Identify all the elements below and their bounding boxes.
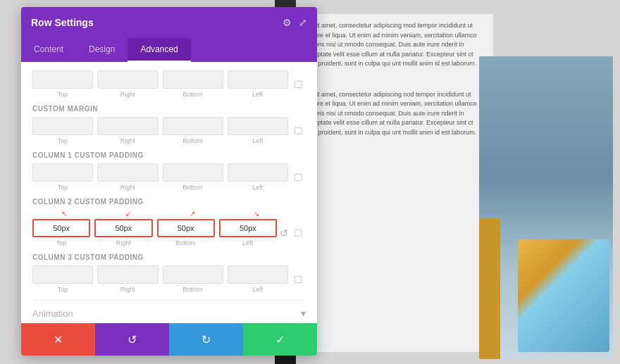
- settings-panel: Row Settings ⚙ ⤢ Content Design Advanced…: [21, 7, 317, 356]
- animation-chevron-icon: ▾: [301, 308, 306, 319]
- page-image-area: [479, 56, 613, 359]
- col2-responsive-icon[interactable]: ☐: [291, 225, 306, 241]
- animation-label: Animation: [32, 308, 73, 319]
- panel-body: Top Right Bottom Left ☐ Custom Margin: [21, 62, 317, 323]
- animation-section[interactable]: Animation ▾: [32, 300, 306, 323]
- custom-margin-top-group: Top: [32, 117, 93, 144]
- custom-margin-left-group: Left: [228, 117, 288, 144]
- col2-padding-right-group: Right: [94, 219, 152, 246]
- gold-bar: [479, 218, 500, 359]
- cancel-button[interactable]: ✕: [21, 323, 95, 356]
- top-label-2: Top: [58, 137, 68, 144]
- col2-padding-top-input[interactable]: [32, 219, 90, 237]
- bottom-label-4: Bottom: [175, 239, 196, 246]
- left-label-5: Left: [252, 286, 263, 293]
- custom-padding-left-input[interactable]: [228, 70, 288, 89]
- custom-padding-left-group: Left: [228, 70, 288, 98]
- redo-button[interactable]: ↻: [169, 323, 243, 356]
- left-label-1: Left: [252, 91, 263, 98]
- col3-padding-top-group: Top: [32, 265, 93, 293]
- col2-padding-left-input[interactable]: [219, 219, 277, 237]
- col3-padding-top-input[interactable]: [32, 265, 93, 284]
- expand-icon[interactable]: ⤢: [299, 17, 307, 28]
- custom-padding-bottom-input[interactable]: [163, 70, 223, 89]
- right-label-4: Right: [116, 239, 131, 246]
- top-label-3: Top: [58, 184, 68, 191]
- custom-margin-label: Custom Margin: [32, 105, 306, 113]
- col1-padding-right-input[interactable]: [97, 163, 158, 182]
- col3-padding-right-group: Right: [97, 265, 158, 293]
- col1-padding-top-group: Top: [32, 163, 93, 191]
- custom-padding-right-input[interactable]: [97, 70, 158, 89]
- top-label-5: Top: [58, 286, 68, 293]
- page-text-2: or sit amet, consectetur adipiscing nod …: [296, 83, 493, 145]
- custom-padding-top-input[interactable]: [32, 70, 93, 89]
- col1-padding-top-input[interactable]: [32, 163, 93, 182]
- custom-padding-bottom-group: Bottom: [163, 70, 223, 98]
- panel-title: Row Settings: [31, 17, 94, 28]
- left-label-4: Left: [242, 239, 253, 246]
- col3-padding-right-input[interactable]: [97, 265, 158, 284]
- col3-responsive-icon[interactable]: ☐: [291, 271, 306, 288]
- custom-margin-bottom-input[interactable]: [163, 117, 223, 135]
- header-icons: ⚙ ⤢: [283, 17, 307, 28]
- tab-advanced[interactable]: Advanced: [128, 38, 190, 62]
- page-text-1: or sit amet, consectetur adipiscing mod …: [296, 14, 493, 76]
- undo-button[interactable]: ↺: [95, 323, 169, 356]
- right-label-5: Right: [120, 286, 135, 293]
- left-label-3: Left: [252, 184, 263, 191]
- panel-header: Row Settings ⚙ ⤢: [21, 7, 317, 38]
- custom-padding-top-group: Top: [32, 70, 93, 98]
- right-label-3: Right: [120, 184, 135, 191]
- bottom-label-2: Bottom: [182, 137, 203, 144]
- page-content-area: or sit amet, consectetur adipiscing mod …: [296, 14, 493, 352]
- col1-padding-right-group: Right: [97, 163, 158, 191]
- custom-margin-top-input[interactable]: [32, 117, 93, 135]
- settings-icon[interactable]: ⚙: [283, 17, 292, 28]
- page-image: [479, 56, 613, 359]
- col2-reset-icon[interactable]: ↺: [280, 227, 288, 239]
- tab-content[interactable]: Content: [21, 38, 76, 62]
- col2-padding-label: Column 2 Custom Padding: [32, 198, 306, 206]
- col1-padding-left-group: Left: [228, 163, 288, 191]
- col1-padding-left-input[interactable]: [228, 163, 288, 182]
- arrow-left-indicator: ↘: [254, 210, 259, 218]
- tab-design[interactable]: Design: [76, 38, 128, 62]
- col3-padding-left-input[interactable]: [228, 265, 288, 284]
- save-button[interactable]: ✓: [243, 323, 317, 356]
- col2-padding-top-group: Top: [32, 219, 90, 246]
- col1-padding-bottom-group: Bottom: [163, 163, 223, 191]
- right-label-2: Right: [120, 137, 135, 144]
- ferris-wheel-image: [518, 239, 609, 352]
- bottom-label-5: Bottom: [182, 286, 203, 293]
- custom-margin-bottom-group: Bottom: [163, 117, 223, 144]
- left-label-2: Left: [252, 137, 263, 144]
- top-label-1: Top: [58, 91, 68, 98]
- bottom-label-1: Bottom: [182, 91, 203, 98]
- col1-responsive-icon[interactable]: ☐: [291, 169, 306, 186]
- top-label-4: Top: [56, 239, 67, 246]
- margin-responsive-icon[interactable]: ☐: [291, 123, 306, 139]
- custom-margin-right-group: Right: [97, 117, 158, 144]
- custom-margin-right-input[interactable]: [97, 117, 158, 135]
- padding-responsive-icon[interactable]: ☐: [291, 76, 306, 93]
- custom-padding-right-group: Right: [97, 70, 158, 98]
- col2-padding-right-input[interactable]: [94, 219, 152, 237]
- col2-padding-bottom-input[interactable]: [157, 219, 215, 237]
- col2-padding-left-group: Left: [219, 219, 277, 246]
- tab-bar: Content Design Advanced: [21, 38, 317, 62]
- col3-padding-left-group: Left: [228, 265, 288, 293]
- bottom-label-3: Bottom: [182, 184, 203, 191]
- custom-margin-left-input[interactable]: [228, 117, 288, 135]
- col3-padding-bottom-input[interactable]: [163, 265, 223, 284]
- arrow-top-indicator: ↖: [61, 210, 67, 218]
- col1-padding-label: Column 1 Custom Padding: [32, 151, 306, 159]
- panel-footer: ✕ ↺ ↻ ✓: [21, 323, 317, 356]
- col1-padding-bottom-input[interactable]: [163, 163, 223, 182]
- right-label-1: Right: [120, 91, 135, 98]
- col3-padding-label: Column 3 Custom Padding: [32, 253, 306, 261]
- col3-padding-bottom-group: Bottom: [163, 265, 223, 293]
- col2-padding-bottom-group: Bottom: [157, 219, 215, 246]
- arrow-bottom-indicator: ↗: [190, 210, 195, 218]
- arrow-right-indicator: ↙: [125, 210, 131, 218]
